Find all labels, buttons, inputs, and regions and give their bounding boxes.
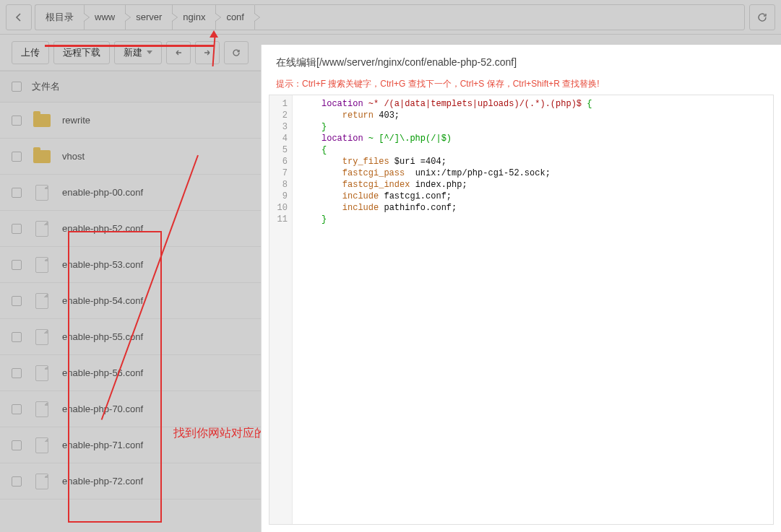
tk: location bbox=[322, 99, 363, 109]
tk: $uri =404; bbox=[389, 157, 446, 167]
tk: fastcgi_index bbox=[342, 180, 410, 190]
code-content[interactable]: location ~* /(a|data|templets|uploads)/(… bbox=[293, 95, 773, 524]
editor-panel: 在线编辑[/www/server/nginx/conf/enable-php-5… bbox=[261, 45, 781, 532]
tk: { bbox=[322, 145, 327, 155]
tk: 403; bbox=[374, 110, 400, 121]
tk: index.php; bbox=[410, 180, 467, 190]
editor-title: 在线编辑[/www/server/nginx/conf/enable-php-5… bbox=[262, 45, 781, 78]
tk: try_files bbox=[342, 157, 389, 167]
editor-hint: 提示：Ctrl+F 搜索关键字，Ctrl+G 查找下一个，Ctrl+S 保存，C… bbox=[262, 78, 781, 95]
tk: } bbox=[322, 214, 327, 224]
tk: unix:/tmp/php-cgi-52.sock; bbox=[405, 168, 551, 178]
tk: fastcgi_pass bbox=[342, 168, 405, 178]
tk: include bbox=[342, 191, 379, 201]
tk: } bbox=[322, 122, 327, 132]
line-gutter: 1234567891011 bbox=[269, 95, 293, 524]
tk: location bbox=[322, 134, 363, 144]
tk: ~ [^/]\.php(/|$) bbox=[363, 134, 452, 144]
tk: ~* /(a|data|templets|uploads)/(.*).(php)… bbox=[363, 99, 587, 109]
tk: { bbox=[587, 99, 592, 109]
tk: fastcgi.conf; bbox=[379, 191, 452, 201]
code-editor[interactable]: 1234567891011 location ~* /(a|data|templ… bbox=[269, 95, 774, 525]
tk: pathinfo.conf; bbox=[379, 203, 457, 213]
tk: include bbox=[342, 203, 379, 213]
tk: return bbox=[342, 110, 374, 121]
